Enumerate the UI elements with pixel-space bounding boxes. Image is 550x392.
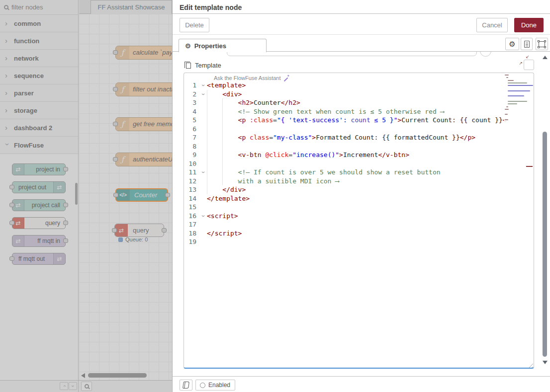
node-help-button[interactable] [180,380,192,391]
filter-nodes-input[interactable] [11,3,66,11]
workspace-footer: › › [0,380,172,392]
minimap-line [506,106,509,107]
tab-properties[interactable]: ⚙ Properties [179,39,267,52]
flow-tab[interactable]: FF Assistant Showcase [91,0,172,14]
name-field-partial[interactable] [227,52,477,56]
node-port[interactable] [113,122,118,126]
code-editor[interactable]: Ask the FlowFuse Assistant 1›<template>2… [183,73,534,369]
chevron-icon: › [5,38,10,43]
palette-node-project-out[interactable]: ⇄project out [12,181,66,193]
code-text: <p class="my-class">Formatted Count: {{ … [207,133,534,142]
cancel-button[interactable]: Cancel [476,18,508,32]
expand-editor-button[interactable]: ↗↙ [524,60,534,70]
fold-gutter [199,98,207,107]
h-scroll-thumb[interactable] [88,373,147,378]
palette-category-common[interactable]: ›common [0,15,78,32]
node-port[interactable] [9,221,14,225]
flow-canvas[interactable]: FF Assistant Showcase ƒcalculate `payƒfi… [79,0,172,380]
overview-ruler-mark [526,166,533,167]
line-number: 19 [184,237,199,246]
node-port[interactable] [9,256,14,261]
expand-all-button[interactable]: › [69,382,77,390]
palette-scrollbar[interactable] [75,183,78,205]
line-number: 3 [184,98,199,107]
function-icon: ƒ [116,118,129,131]
fold-chevron-icon[interactable]: › [199,90,207,99]
enabled-toggle-button[interactable]: Enabled [195,380,235,391]
description-button[interactable] [521,38,533,50]
palette-category-storage[interactable]: ›storage [0,102,78,119]
palette-node-query[interactable]: ⇄query [12,217,66,229]
scroll-left-icon[interactable] [81,373,85,378]
template-icon [186,63,191,69]
node-port[interactable] [9,203,14,207]
delete-button[interactable]: Delete [180,18,209,32]
palette-category-function[interactable]: ›function [0,32,78,50]
scroll-down-icon[interactable] [543,361,548,364]
tray-scrollbar[interactable] [542,52,548,376]
node-port[interactable] [9,185,14,189]
palette-node-project-in[interactable]: ⇄project in [12,163,66,175]
fold-gutter [199,185,207,194]
palette-node-ff-mqtt-out[interactable]: ⇄ff mqtt out [12,253,66,265]
node-port[interactable] [63,221,68,225]
flow-node-filter-out-inacti[interactable]: ƒfilter out inacti [115,82,172,96]
node-port[interactable] [63,203,68,207]
node-port[interactable] [63,167,68,171]
node-port[interactable] [113,87,118,91]
toggle-circle-partial[interactable] [480,52,491,57]
palette-category-FlowFuse[interactable]: ›FlowFuse [0,137,78,154]
fold-chevron-icon[interactable]: › [199,81,207,90]
code-line: 8 [184,142,534,151]
flow-node-calculate-pay[interactable]: ƒcalculate `pay [115,46,172,60]
line-number: 2 [184,90,199,99]
palette-search[interactable] [0,0,78,15]
code-text: <p :class="{ 'text-success': count ≤ 5 }… [207,116,534,125]
assistant-placeholder[interactable]: Ask the FlowFuse Assistant [214,75,289,81]
editor-minimap[interactable] [504,75,533,125]
fold-gutter [199,125,207,134]
line-number: 14 [184,194,199,203]
fold-chevron-icon[interactable]: › [199,212,207,221]
canvas-h-scrollbar[interactable] [81,373,172,379]
function-icon: ƒ [116,46,129,59]
node-port[interactable] [112,228,117,233]
node-port[interactable] [165,193,170,197]
flow-node-label: filter out inacti [133,85,172,93]
settings-button[interactable]: ⚙ [505,38,519,50]
node-port[interactable] [113,193,118,197]
flow-node-Counter[interactable]: </>Counter [115,188,168,202]
status-dot [118,237,123,242]
scroll-up-icon[interactable] [543,56,548,59]
flow-node-query[interactable]: ⇄query [114,224,164,237]
fold-chevron-icon[interactable]: › [199,168,207,177]
node-port[interactable] [63,238,68,243]
appearance-button[interactable] [536,38,548,50]
collapse-all-button[interactable]: › [60,382,68,390]
fold-gutter [199,194,207,203]
chevron-icon: › [5,108,10,113]
palette-category-network[interactable]: ›network [0,50,78,67]
code-line: 6 [184,125,534,134]
resize-grip[interactable] [527,362,533,368]
palette-node-ff-mqtt-in[interactable]: ⇄ff mqtt in [12,235,66,247]
palette-category-parser[interactable]: ›parser [0,84,78,102]
flow-node-authenticateU[interactable]: ƒauthenticateU [115,153,172,166]
canvas-search-button[interactable] [81,382,92,391]
palette-node-project-call[interactable]: ⇄project call [12,199,66,211]
tray-content: Template ↗↙ Ask the FlowFuse Assistant 1… [173,52,550,376]
flow-node-get-free-memo[interactable]: ƒget free memo [115,117,172,131]
done-button[interactable]: Done [514,18,544,32]
code-text: with a suitible MDI icon ⟶ [207,177,534,186]
node-port[interactable] [162,228,167,233]
node-port[interactable] [113,50,118,55]
line-number: 4 [184,107,199,116]
node-port[interactable] [113,157,118,161]
function-icon: ƒ [116,83,129,96]
line-number: 15 [184,203,199,212]
code-lines: 1›<template>2›<div>3<h2>Counter</h2>4<!—… [184,81,534,246]
palette-category-dashboard-2[interactable]: ›dashboard 2 [0,119,78,137]
assistant-placeholder-text: Ask the FlowFuse Assistant [214,75,281,81]
palette-category-sequence[interactable]: ›sequence [0,67,78,84]
tray-scroll-thumb[interactable] [543,132,547,357]
